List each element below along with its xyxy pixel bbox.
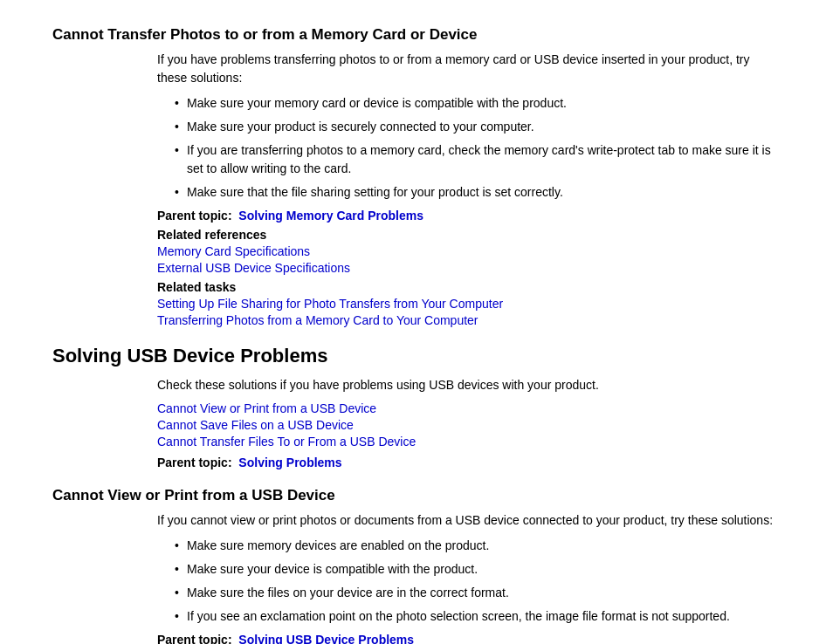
cannot-view-print-intro: If you cannot view or print photos or do… xyxy=(157,511,781,530)
cannot-view-print-section: Cannot View or Print from a USB Device I… xyxy=(52,487,781,644)
related-tasks-header: Related tasks xyxy=(157,280,781,294)
bullet-item: If you are transferring photos to a memo… xyxy=(175,141,781,178)
solving-usb-content: Check these solutions if you have proble… xyxy=(157,376,781,469)
solving-usb-intro: Check these solutions if you have proble… xyxy=(157,376,781,394)
setting-file-sharing-link[interactable]: Setting Up File Sharing for Photo Transf… xyxy=(157,297,503,311)
cannot-transfer-photos-bullets: Make sure your memory card or device is … xyxy=(175,94,781,202)
cannot-transfer-photos-content: If you have problems transferring photos… xyxy=(157,51,781,327)
cannot-view-print-content: If you cannot view or print photos or do… xyxy=(157,511,781,644)
usb-link-3: Cannot Transfer Files To or From a USB D… xyxy=(157,435,781,449)
bullet-item: Make sure that the file sharing setting … xyxy=(175,183,781,202)
usb-parent-topic-line: Parent topic: Solving Problems xyxy=(157,456,781,469)
cannot-transfer-photos-intro: If you have problems transferring photos… xyxy=(157,51,781,87)
cannot-transfer-files-link[interactable]: Cannot Transfer Files To or From a USB D… xyxy=(157,435,416,449)
parent-topic-line: Parent topic: Solving Memory Card Proble… xyxy=(157,209,781,223)
cannot-transfer-photos-title: Cannot Transfer Photos to or from a Memo… xyxy=(52,26,781,44)
bullet-item: Make sure memory devices are enabled on … xyxy=(175,537,781,555)
usb-parent-topic-link[interactable]: Solving Problems xyxy=(238,456,341,469)
parent-topic-link[interactable]: Solving Memory Card Problems xyxy=(238,209,423,223)
view-print-parent-topic-link[interactable]: Solving USB Device Problems xyxy=(238,633,414,644)
bullet-item: Make sure the files on your device are i… xyxy=(175,584,781,602)
cannot-view-print-title: Cannot View or Print from a USB Device xyxy=(52,487,781,504)
usb-parent-topic-label: Parent topic: xyxy=(157,456,232,469)
transferring-photos-link[interactable]: Transferring Photos from a Memory Card t… xyxy=(157,313,478,327)
related-ref-2: External USB Device Specifications xyxy=(157,261,781,275)
view-print-parent-topic-line: Parent topic: Solving USB Device Problem… xyxy=(157,633,781,644)
related-task-2: Transferring Photos from a Memory Card t… xyxy=(157,313,781,327)
related-task-1: Setting Up File Sharing for Photo Transf… xyxy=(157,297,781,311)
cannot-view-print-bullets: Make sure memory devices are enabled on … xyxy=(175,537,781,626)
external-usb-specs-link[interactable]: External USB Device Specifications xyxy=(157,261,350,275)
bullet-item: Make sure your memory card or device is … xyxy=(175,94,781,113)
usb-link-1: Cannot View or Print from a USB Device xyxy=(157,401,781,415)
cannot-save-files-link[interactable]: Cannot Save Files on a USB Device xyxy=(157,418,354,432)
bullet-item: Make sure your device is compatible with… xyxy=(175,560,781,579)
related-references-header: Related references xyxy=(157,228,781,242)
solving-usb-section: Solving USB Device Problems Check these … xyxy=(52,345,781,469)
cannot-view-print-link[interactable]: Cannot View or Print from a USB Device xyxy=(157,401,376,415)
parent-topic-label: Parent topic: xyxy=(157,209,232,223)
bullet-item: Make sure your product is securely conne… xyxy=(175,118,781,136)
solving-usb-title: Solving USB Device Problems xyxy=(52,345,781,367)
memory-card-specs-link[interactable]: Memory Card Specifications xyxy=(157,244,310,258)
usb-link-2: Cannot Save Files on a USB Device xyxy=(157,418,781,432)
bullet-item: If you see an exclamation point on the p… xyxy=(175,607,781,626)
related-ref-1: Memory Card Specifications xyxy=(157,244,781,258)
view-print-parent-topic-label: Parent topic: xyxy=(157,633,232,644)
cannot-transfer-photos-section: Cannot Transfer Photos to or from a Memo… xyxy=(52,26,781,327)
